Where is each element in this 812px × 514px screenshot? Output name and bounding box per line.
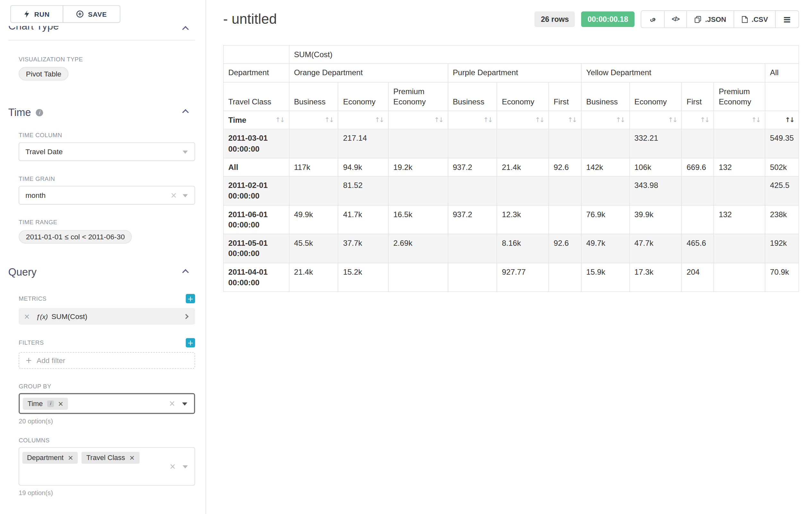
share-link-button[interactable]	[641, 10, 664, 28]
time-column-select[interactable]: Travel Date	[19, 142, 195, 161]
chevron-up-icon	[182, 26, 189, 33]
sort-icon[interactable]: ↑↓	[434, 116, 443, 124]
sort-icon[interactable]: ↑↓	[751, 116, 760, 124]
add-filter-button[interactable]: +	[186, 338, 195, 347]
add-filter-control[interactable]: + Add filter	[19, 352, 195, 369]
pivot-value-cell: 192k	[765, 234, 799, 263]
pivot-travel-class-label: Travel Class	[223, 82, 289, 111]
time-grain-select[interactable]: month ×	[19, 186, 195, 205]
info-icon: i	[36, 109, 43, 116]
pivot-sort-cell: ↑↓	[448, 111, 497, 129]
group-by-chip[interactable]: Time i ×	[23, 398, 68, 410]
clear-icon[interactable]: ×	[169, 399, 175, 408]
chevron-up-icon	[182, 269, 189, 276]
remove-metric-icon[interactable]: ×	[24, 312, 30, 321]
pivot-corner-cell	[223, 45, 289, 63]
pivot-value-cell: 17.3k	[629, 263, 682, 292]
columns-select[interactable]: Department × Travel Class × ×	[19, 447, 195, 486]
columns-chip[interactable]: Travel Class ×	[82, 452, 140, 464]
remove-chip-icon[interactable]: ×	[129, 454, 135, 462]
pivot-value-cell: 2.69k	[388, 234, 448, 263]
pivot-value-cell: 19.2k	[388, 158, 448, 177]
pivot-value-cell: 70.9k	[765, 263, 799, 292]
pivot-value-cell: 142k	[581, 158, 629, 177]
pivot-value-cell: 669.6	[682, 158, 714, 177]
group-by-options-hint: 20 option(s)	[19, 417, 205, 425]
sort-icon[interactable]: ↑↓	[483, 116, 492, 124]
pivot-value-cell	[497, 129, 549, 158]
export-json-button[interactable]: .JSON	[687, 10, 734, 28]
pivot-row-label: 2011-03-01 00:00:00	[223, 129, 289, 158]
pivot-sort-cell: ↑↓	[338, 111, 388, 129]
time-range-value[interactable]: 2011-01-01 ≤ col < 2011-06-30	[19, 230, 132, 244]
pivot-all-header: All	[765, 63, 799, 82]
pivot-group-header: Orange Department	[289, 63, 448, 82]
control-panel: RUN SAVE Chart Type VISUALIZATION TYPE P…	[0, 0, 206, 514]
query-section-header[interactable]: Query	[8, 266, 195, 278]
chip-label: Department	[27, 454, 63, 462]
group-by-label: GROUP BY	[19, 383, 205, 389]
chart-type-section-header[interactable]: Chart Type	[8, 26, 195, 34]
sort-icon[interactable]: ↑↓	[668, 116, 676, 124]
chevron-right-icon	[183, 314, 189, 319]
view-query-button[interactable]: </>	[664, 10, 687, 28]
pivot-value-cell: 16.5k	[388, 205, 448, 234]
filters-label: FILTERS	[19, 340, 44, 346]
pivot-row-label: 2011-05-01 00:00:00	[223, 234, 289, 263]
pivot-value-cell	[714, 177, 765, 205]
time-heading: Time	[8, 106, 31, 118]
pivot-value-cell: 92.6	[549, 158, 581, 177]
sort-icon[interactable]: ↑↓	[616, 116, 624, 124]
pivot-value-cell: 549.35	[765, 129, 799, 158]
sort-descending-icon[interactable]: ↑↓	[785, 116, 794, 124]
remove-chip-icon[interactable]: ×	[58, 400, 63, 407]
sort-icon[interactable]: ↑↓	[375, 116, 383, 124]
time-section-header[interactable]: Time i	[8, 106, 195, 118]
pivot-sort-cell: ↑↓	[714, 111, 765, 129]
json-label: .JSON	[705, 16, 726, 23]
pivot-class-header: Business	[581, 82, 629, 111]
clear-icon[interactable]: ×	[170, 462, 176, 471]
pivot-group-header: Purple Department	[448, 63, 581, 82]
sort-icon[interactable]: ↑↓	[700, 116, 709, 124]
pivot-sort-cell: ↑↓	[765, 111, 799, 129]
link-icon	[648, 15, 657, 23]
pivot-value-cell: 425.5	[765, 177, 799, 205]
menu-button[interactable]: ≡	[775, 10, 799, 28]
pivot-value-cell	[549, 129, 581, 158]
time-grain-value: month	[25, 191, 46, 199]
pivot-row: 2011-05-01 00:00:0045.5k37.7k2.69k 8.16k…	[223, 234, 799, 263]
export-csv-button[interactable]: .CSV	[733, 10, 776, 28]
pivot-metric-header: SUM(Cost)	[289, 45, 799, 63]
action-buttons: RUN SAVE	[10, 5, 205, 23]
caret-down-icon[interactable]	[183, 465, 188, 468]
save-label: SAVE	[88, 10, 107, 18]
save-button[interactable]: SAVE	[63, 5, 120, 23]
sort-icon[interactable]: ↑↓	[535, 116, 544, 124]
add-filter-placeholder: Add filter	[37, 356, 65, 364]
metrics-label: METRICS	[19, 296, 47, 302]
caret-down-icon[interactable]	[182, 403, 187, 406]
metric-name: SUM(Cost)	[51, 312, 87, 321]
sort-icon[interactable]: ↑↓	[324, 116, 333, 124]
add-metric-button[interactable]: +	[186, 294, 195, 303]
run-button[interactable]: RUN	[10, 5, 63, 23]
pivot-value-cell	[289, 129, 338, 158]
pivot-class-header: Economy	[338, 82, 388, 111]
pivot-value-cell: 343.98	[629, 177, 682, 205]
time-range-label: TIME RANGE	[19, 219, 205, 225]
clear-icon[interactable]: ×	[170, 190, 177, 200]
columns-chip[interactable]: Department ×	[23, 452, 78, 464]
pivot-value-cell	[388, 177, 448, 205]
sort-icon[interactable]: ↑↓	[276, 116, 284, 124]
pivot-value-cell: 937.2	[448, 158, 497, 177]
lightning-icon	[24, 10, 30, 18]
group-by-select[interactable]: Time i × ×	[19, 393, 195, 414]
metric-chip[interactable]: × ƒ(x) SUM(Cost)	[19, 308, 195, 325]
run-label: RUN	[34, 10, 50, 18]
visualization-type-value[interactable]: Pivot Table	[19, 67, 69, 81]
chip-label: Time	[28, 400, 43, 407]
pivot-value-cell: 465.6	[682, 234, 714, 263]
remove-chip-icon[interactable]: ×	[68, 454, 74, 462]
sort-icon[interactable]: ↑↓	[568, 116, 576, 124]
